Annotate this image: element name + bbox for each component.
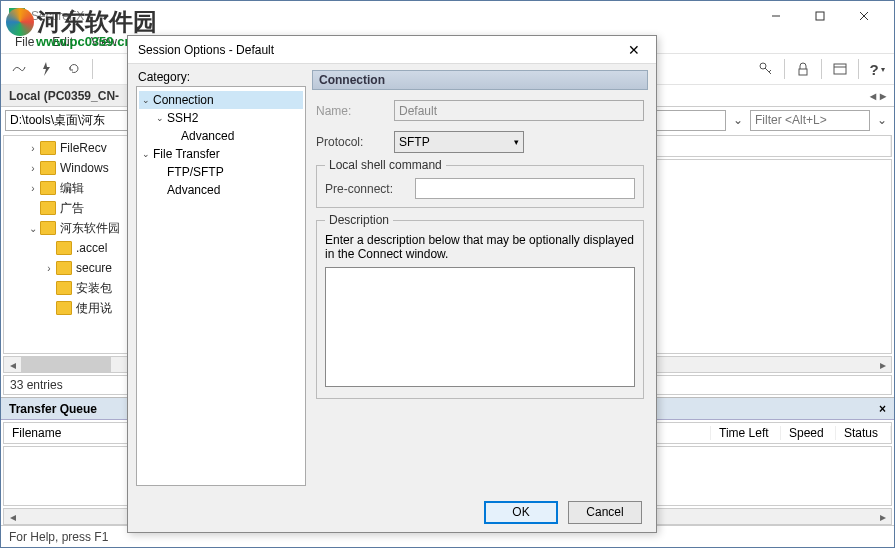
folder-icon: [56, 281, 72, 295]
help-icon: ?: [869, 61, 878, 78]
folder-icon: [40, 161, 56, 175]
category-label: Category:: [136, 70, 306, 86]
svg-rect-8: [834, 64, 846, 74]
cancel-button[interactable]: Cancel: [568, 501, 642, 524]
folder-icon: [40, 181, 56, 195]
lock-icon[interactable]: [790, 56, 816, 82]
scroll-left-icon[interactable]: ◂: [4, 509, 21, 524]
scroll-left-icon[interactable]: ◂: [4, 357, 21, 372]
titlebar: SecureFX: [1, 1, 894, 31]
folder-icon: [56, 261, 72, 275]
protocol-row: Protocol: SFTP ▾: [316, 131, 644, 153]
scroll-right-icon[interactable]: ▸: [874, 357, 891, 372]
tree-item-label: .accel: [76, 241, 107, 255]
category-ssh2[interactable]: ⌄SSH2: [139, 109, 303, 127]
left-tab-label: Local (PC0359_CN-: [9, 89, 119, 103]
quick-connect-icon[interactable]: [33, 56, 59, 82]
description-textarea[interactable]: [325, 267, 635, 387]
tree-item-label: 使用说: [76, 300, 112, 317]
chevron-down-icon: ▾: [514, 137, 519, 147]
scroll-thumb[interactable]: [21, 357, 111, 372]
tree-item-label: FileRecv: [60, 141, 107, 155]
tree-item-label: 编辑: [60, 180, 84, 197]
chevron-right-icon[interactable]: ›: [26, 163, 40, 174]
chevron-right-icon[interactable]: ›: [26, 143, 40, 154]
section-heading: Connection: [312, 70, 648, 90]
connect-icon[interactable]: [5, 56, 31, 82]
ok-button[interactable]: OK: [484, 501, 558, 524]
dialog-title: Session Options - Default: [138, 43, 622, 57]
description-hint: Enter a description below that may be op…: [325, 233, 635, 261]
chevron-right-icon[interactable]: ›: [26, 183, 40, 194]
tree-item-label: 广告: [60, 200, 84, 217]
reconnect-icon[interactable]: [61, 56, 87, 82]
column-time-left[interactable]: Time Left: [711, 426, 781, 440]
filter-dropdown-icon[interactable]: ⌄: [874, 113, 890, 127]
key-icon[interactable]: [753, 56, 779, 82]
svg-rect-1: [816, 12, 824, 20]
menu-view[interactable]: View: [83, 33, 125, 51]
category-connection[interactable]: ⌄Connection: [139, 91, 303, 109]
preconnect-input[interactable]: [415, 178, 635, 199]
close-button[interactable]: [842, 2, 886, 30]
folder-icon: [40, 141, 56, 155]
transfer-queue-title: Transfer Queue: [9, 402, 97, 416]
category-ft-advanced[interactable]: Advanced: [139, 181, 303, 199]
folder-icon: [56, 241, 72, 255]
menu-edit[interactable]: Edit: [44, 33, 81, 51]
svg-rect-7: [799, 69, 807, 75]
folder-icon: [56, 301, 72, 315]
preconnect-label: Pre-connect:: [325, 182, 407, 196]
dialog-titlebar: Session Options - Default ✕: [128, 36, 656, 64]
tree-item-label: 河东软件园: [60, 220, 120, 237]
name-row: Name:: [316, 100, 644, 121]
category-ssh2-advanced[interactable]: Advanced: [139, 127, 303, 145]
folder-icon: [40, 201, 56, 215]
dialog-close-icon[interactable]: ✕: [622, 42, 646, 58]
category-ftp-sftp[interactable]: FTP/SFTP: [139, 163, 303, 181]
description-legend: Description: [325, 213, 393, 227]
maximize-button[interactable]: [798, 2, 842, 30]
local-shell-legend: Local shell command: [325, 158, 446, 172]
tree-item-label: 安装包: [76, 280, 112, 297]
protocol-select[interactable]: SFTP ▾: [394, 131, 524, 153]
folder-icon: [40, 221, 56, 235]
filter-input[interactable]: [750, 110, 870, 131]
name-label: Name:: [316, 104, 386, 118]
dialog-buttons: OK Cancel: [128, 492, 656, 532]
tree-item-label: Windows: [60, 161, 109, 175]
toolbar-separator: [821, 59, 822, 79]
description-fieldset: Description Enter a description below th…: [316, 220, 644, 399]
properties-icon[interactable]: [827, 56, 853, 82]
dialog-content-panel: Connection Name: Protocol: SFTP ▾ Local …: [312, 70, 648, 486]
chevron-down-icon[interactable]: ⌄: [26, 223, 40, 234]
toolbar-separator: [784, 59, 785, 79]
category-file-transfer[interactable]: ⌄File Transfer: [139, 145, 303, 163]
transfer-close-icon[interactable]: ×: [879, 402, 886, 416]
preconnect-row: Pre-connect:: [325, 178, 635, 199]
address-dropdown-icon[interactable]: ⌄: [730, 113, 746, 127]
status-text: For Help, press F1: [9, 530, 108, 544]
session-options-dialog: Session Options - Default ✕ Category: ⌄C…: [127, 35, 657, 533]
dialog-category-panel: Category: ⌄Connection ⌄SSH2 Advanced ⌄Fi…: [136, 70, 306, 486]
toolbar-separator: [858, 59, 859, 79]
category-tree[interactable]: ⌄Connection ⌄SSH2 Advanced ⌄File Transfe…: [136, 86, 306, 486]
chevron-right-icon[interactable]: ›: [42, 263, 56, 274]
help-button[interactable]: ?▾: [864, 56, 890, 82]
column-status[interactable]: Status: [836, 426, 891, 440]
scroll-right-icon[interactable]: ▸: [874, 509, 891, 524]
tab-prev-icon[interactable]: ◂: [870, 89, 876, 103]
minimize-button[interactable]: [754, 2, 798, 30]
toolbar-separator: [92, 59, 93, 79]
protocol-label: Protocol:: [316, 135, 386, 149]
app-icon: [9, 8, 25, 24]
tab-next-icon[interactable]: ▸: [880, 89, 886, 103]
window-title: SecureFX: [31, 9, 754, 23]
protocol-value: SFTP: [399, 135, 430, 149]
menu-file[interactable]: File: [7, 33, 42, 51]
local-shell-fieldset: Local shell command Pre-connect:: [316, 165, 644, 208]
tree-item-label: secure: [76, 261, 112, 275]
name-input: [394, 100, 644, 121]
svg-line-6: [769, 70, 771, 72]
column-speed[interactable]: Speed: [781, 426, 836, 440]
